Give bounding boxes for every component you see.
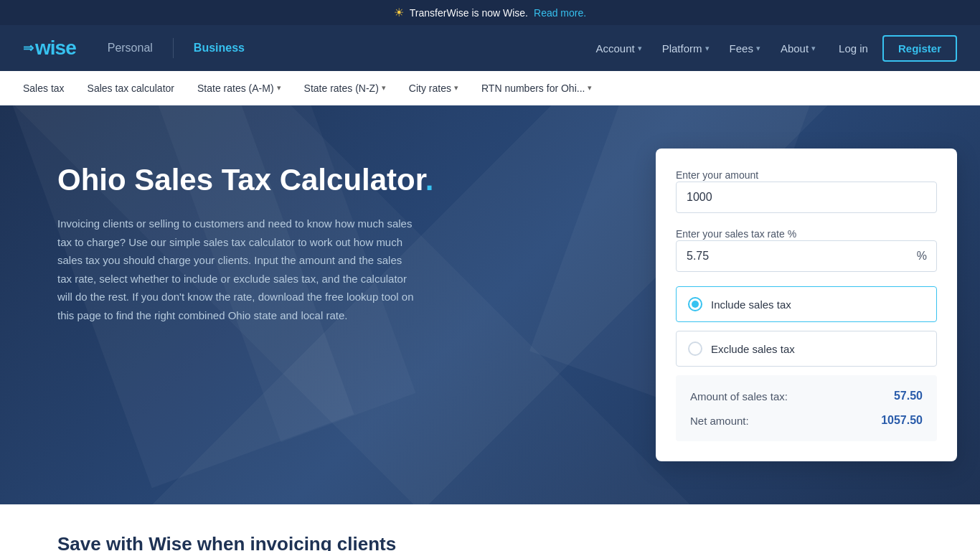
nav-account[interactable]: Account ▾ <box>587 37 650 60</box>
rate-input[interactable] <box>676 240 937 272</box>
sales-tax-result-value: 57.50 <box>894 390 923 402</box>
hero-section: Ohio Sales Tax Calculator. Invoicing cli… <box>0 105 980 504</box>
calculator-card: Enter your amount Enter your sales tax r… <box>656 149 957 461</box>
subnav-rtn-numbers[interactable]: RTN numbers for Ohi... ▾ <box>470 71 603 105</box>
sales-tax-result-row: Amount of sales tax: 57.50 <box>690 390 923 408</box>
logo-arrow-icon: ⇒ <box>23 40 34 56</box>
platform-chevron-icon: ▾ <box>705 44 710 53</box>
account-chevron-icon: ▾ <box>638 44 642 53</box>
banner-text: TransferWise is now Wise. <box>410 7 528 19</box>
logo-text: wise <box>35 37 76 60</box>
sun-icon: ☀ <box>394 6 404 19</box>
percent-symbol: % <box>917 250 927 263</box>
hero-left: Ohio Sales Tax Calculator. Invoicing cli… <box>57 149 433 324</box>
exclude-sales-tax-option[interactable]: Exclude sales tax <box>676 331 937 367</box>
net-amount-result-row: Net amount: 1057.50 <box>690 408 923 427</box>
subnav-state-rates-nz[interactable]: State rates (N-Z) ▾ <box>293 71 397 105</box>
subnav-sales-tax[interactable]: Sales tax <box>23 71 76 105</box>
hero-description: Invoicing clients or selling to customer… <box>57 215 416 324</box>
nav-links-right: Account ▾ Platform ▾ Fees ▾ About ▾ Log … <box>587 35 957 62</box>
fees-chevron-icon: ▾ <box>756 44 760 53</box>
include-sales-tax-option[interactable]: Include sales tax <box>676 286 937 322</box>
city-rates-chevron-icon: ▾ <box>454 83 458 93</box>
subnav-state-rates-am[interactable]: State rates (A-M) ▾ <box>186 71 293 105</box>
top-banner: ☀ TransferWise is now Wise. Read more. <box>0 0 980 25</box>
sub-nav: Sales tax Sales tax calculator State rat… <box>0 71 980 105</box>
nav-about[interactable]: About ▾ <box>772 37 824 60</box>
net-amount-result-value: 1057.50 <box>881 414 923 427</box>
hero-right: Enter your amount Enter your sales tax r… <box>656 149 957 461</box>
rate-label: Enter your sales tax rate % <box>676 228 796 240</box>
nav-platform[interactable]: Platform ▾ <box>654 37 718 60</box>
login-link[interactable]: Log in <box>827 37 880 60</box>
about-chevron-icon: ▾ <box>811 44 816 53</box>
sales-tax-result-label: Amount of sales tax: <box>690 390 788 402</box>
hero-title-dot: . <box>425 163 434 197</box>
register-button[interactable]: Register <box>882 35 957 62</box>
nav-business[interactable]: Business <box>185 36 253 60</box>
hero-title: Ohio Sales Tax Calculator. <box>57 163 433 197</box>
logo[interactable]: ⇒ wise <box>23 37 76 60</box>
rtn-chevron-icon: ▾ <box>588 83 592 93</box>
subnav-city-rates[interactable]: City rates ▾ <box>397 71 470 105</box>
save-title: Save with Wise when invoicing clients <box>57 533 923 551</box>
exclude-sales-tax-label: Exclude sales tax <box>711 343 795 355</box>
main-nav: ⇒ wise Personal Business Account ▾ Platf… <box>0 25 980 71</box>
amount-input[interactable] <box>676 182 937 213</box>
nav-fees[interactable]: Fees ▾ <box>721 37 769 60</box>
rate-input-wrap: % <box>676 240 937 272</box>
include-radio-button[interactable] <box>688 297 702 311</box>
exclude-radio-button[interactable] <box>688 342 702 356</box>
nav-divider <box>173 38 174 58</box>
save-section: Save with Wise when invoicing clients <box>0 504 980 551</box>
state-nz-chevron-icon: ▾ <box>382 83 386 93</box>
include-sales-tax-label: Include sales tax <box>711 298 791 311</box>
net-amount-result-label: Net amount: <box>690 415 749 427</box>
nav-personal[interactable]: Personal <box>99 36 161 60</box>
banner-link[interactable]: Read more. <box>534 7 586 19</box>
subnav-sales-tax-calculator[interactable]: Sales tax calculator <box>76 71 186 105</box>
amount-label: Enter your amount <box>676 169 758 181</box>
calculator-results: Amount of sales tax: 57.50 Net amount: 1… <box>676 375 937 441</box>
state-am-chevron-icon: ▾ <box>277 83 281 93</box>
nav-links-left: Personal Business <box>99 36 253 60</box>
